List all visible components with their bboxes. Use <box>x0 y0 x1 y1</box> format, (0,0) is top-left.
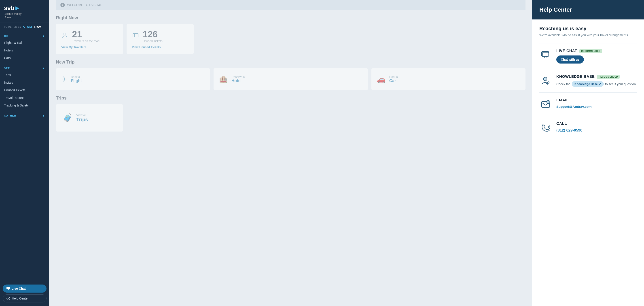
new-trip-title: New Trip <box>56 60 526 65</box>
knowledge-base-content: KNOWLEDGE BASE RECOMMENDED Check the Kno… <box>556 74 637 87</box>
tickets-number: 126 <box>143 29 162 39</box>
help-center-header: Help Center <box>532 0 644 20</box>
book-flight-card[interactable]: ✈ Book a Flight <box>56 68 210 90</box>
view-all-trips-main: Trips <box>76 117 88 122</box>
nav-item-flights-rail[interactable]: Flights & Rail <box>0 39 49 46</box>
help-center-title: Help Center <box>539 6 572 13</box>
help-center-btn-label: Help Center <box>12 296 28 300</box>
knowledge-base-option-name: KNOWLEDGE BASE <box>556 74 594 79</box>
question-icon: ? <box>6 296 10 300</box>
info-icon: i <box>60 3 65 7</box>
right-now-title: Right Now <box>56 15 526 20</box>
main-content: i WELCOME TO SVB T&E! Right Now 21 Trave… <box>49 0 532 306</box>
help-center-button[interactable]: ? Help Center <box>3 294 46 302</box>
live-chat-badge: RECOMMENDED <box>580 49 602 53</box>
logo-arrow-icon: ▶ <box>16 5 19 11</box>
nav-section-go: GO ▲ Flights & Rail Hotels Cars <box>0 31 49 63</box>
external-link-icon: ↗ <box>598 82 601 86</box>
kb-prefix-text: Check the <box>556 82 570 86</box>
nav-section-see-header[interactable]: SEE ▲ <box>0 64 49 71</box>
nav-section-go-header[interactable]: GO ▲ <box>0 32 49 39</box>
sidebar-bottom: Live Chat ? Help Center <box>0 282 49 306</box>
call-content: CALL (312) 629-0590 <box>556 122 637 133</box>
logo-area: svb ▶ Silicon ValleyBank <box>0 0 49 23</box>
chevron-up-icon: ▲ <box>42 34 45 38</box>
car-icon: 🚗 <box>377 75 386 84</box>
logo-bank-name: Silicon ValleyBank <box>4 12 45 19</box>
powered-by-label: POWERED BY <box>4 26 22 28</box>
view-all-trips-card[interactable]: 🧳 View all Trips <box>56 104 123 132</box>
knowledge-base-title-row: KNOWLEDGE BASE RECOMMENDED <box>556 74 637 79</box>
kb-btn-label: Knowledge Base <box>574 82 598 86</box>
view-my-travelers-link[interactable]: View My Travelers <box>61 46 118 49</box>
rent-car-card[interactable]: 🚗 Rent a Car <box>372 68 526 90</box>
help-center-panel: Help Center Reaching us is easy We're av… <box>532 0 644 306</box>
stat-card-travelers: 21 Travelers on the road View My Travele… <box>56 24 123 54</box>
travelers-number: 21 <box>72 29 100 39</box>
new-trip-cards: ✈ Book a Flight 🏨 Reserve a Hotel 🚗 Rent… <box>56 68 526 90</box>
reaching-title: Reaching us is easy <box>539 26 637 32</box>
call-icon <box>539 122 552 134</box>
chat-with-us-button[interactable]: Chat with us <box>556 56 584 64</box>
email-title-row: EMAIL <box>556 98 637 102</box>
travelers-icon <box>61 32 68 40</box>
email-content: EMAIL Support@Amtrav.com <box>556 98 637 109</box>
email-address-link[interactable]: Support@Amtrav.com <box>556 105 592 108</box>
view-all-trips-sub: View all <box>76 114 88 117</box>
book-flight-main: Flight <box>71 78 82 83</box>
live-chat-button[interactable]: Live Chat <box>3 284 46 292</box>
welcome-bar-text: WELCOME TO SVB T&E! <box>67 3 103 7</box>
luggage-icon: 🧳 <box>62 113 73 122</box>
nav-item-travel-reports[interactable]: Travel Reports <box>0 94 49 102</box>
nav-item-tracking-safety[interactable]: Tracking & Safety <box>0 102 49 109</box>
help-option-email: ✓ EMAIL Support@Amtrav.com <box>539 92 637 116</box>
nav-section-see: SEE ▲ Trips Invites Unused Tickets Trave… <box>0 63 49 110</box>
flight-icon: ✈ <box>61 75 67 84</box>
reserve-hotel-card[interactable]: 🏨 Reserve a Hotel <box>214 68 368 90</box>
tickets-label: Unused Tickets <box>143 39 162 43</box>
call-phone-number[interactable]: (312) 629-0590 <box>556 128 637 133</box>
svg-text:?: ? <box>8 298 9 300</box>
chevron-up-icon-see: ▲ <box>42 67 45 70</box>
book-flight-sub: Book a <box>71 75 82 78</box>
reserve-hotel-sub: Reserve a <box>232 75 245 78</box>
svg-text:✓: ✓ <box>548 101 549 103</box>
logo-svb-text: svb <box>4 4 14 12</box>
svg-marker-0 <box>23 25 26 29</box>
nav-item-trips[interactable]: Trips <box>0 71 49 79</box>
nav-item-cars[interactable]: Cars <box>0 54 49 62</box>
knowledge-base-badge: RECOMMENDED <box>597 75 620 79</box>
travelers-label: Travelers on the road <box>72 39 100 43</box>
email-icon: ✓ <box>539 98 552 110</box>
amtrav-logo-text: AmTrav <box>27 25 41 29</box>
view-unused-tickets-link[interactable]: View Unused Tickets <box>132 46 188 49</box>
rent-car-sub: Rent a <box>389 75 398 78</box>
call-option-name: CALL <box>556 122 567 126</box>
email-option-name: EMAIL <box>556 98 569 102</box>
nav-item-invites[interactable]: Invites <box>0 79 49 86</box>
knowledge-base-button[interactable]: Knowledge Base ↗ <box>572 81 604 87</box>
knowledge-base-row: Check the Knowledge Base ↗ to see if you… <box>556 81 637 87</box>
live-chat-icon <box>539 49 552 61</box>
chat-icon <box>6 287 10 290</box>
stat-card-unused-tickets: 126 Unused Tickets View Unused Tickets <box>126 24 194 54</box>
welcome-bar: i WELCOME TO SVB T&E! <box>56 0 526 10</box>
live-chat-btn-label: Live Chat <box>12 287 26 290</box>
tickets-icon <box>132 32 139 40</box>
nav-section-gather-header[interactable]: GATHER ▲ <box>0 112 49 118</box>
nav-section-gather-label: GATHER <box>4 114 16 117</box>
trips-cards-row: 🧳 View all Trips <box>56 104 526 132</box>
nav-item-unused-tickets[interactable]: Unused Tickets <box>0 86 49 94</box>
knowledge-base-icon <box>539 74 552 87</box>
live-chat-title-row: LIVE CHAT RECOMMENDED <box>556 49 637 53</box>
svg-point-11 <box>544 78 546 80</box>
help-option-live-chat: LIVE CHAT RECOMMENDED Chat with us <box>539 43 637 69</box>
hotel-icon: 🏨 <box>219 75 228 84</box>
live-chat-content: LIVE CHAT RECOMMENDED Chat with us <box>556 49 637 64</box>
live-chat-option-name: LIVE CHAT <box>556 49 577 53</box>
stat-cards-row: 21 Travelers on the road View My Travele… <box>56 24 526 54</box>
reaching-subtitle: We're available 24/7 to assist you with … <box>539 33 637 37</box>
kb-suffix-text: to see if your question <box>605 82 636 86</box>
powered-by-bar: POWERED BY AmTrav <box>0 23 49 31</box>
nav-item-hotels[interactable]: Hotels <box>0 46 49 54</box>
